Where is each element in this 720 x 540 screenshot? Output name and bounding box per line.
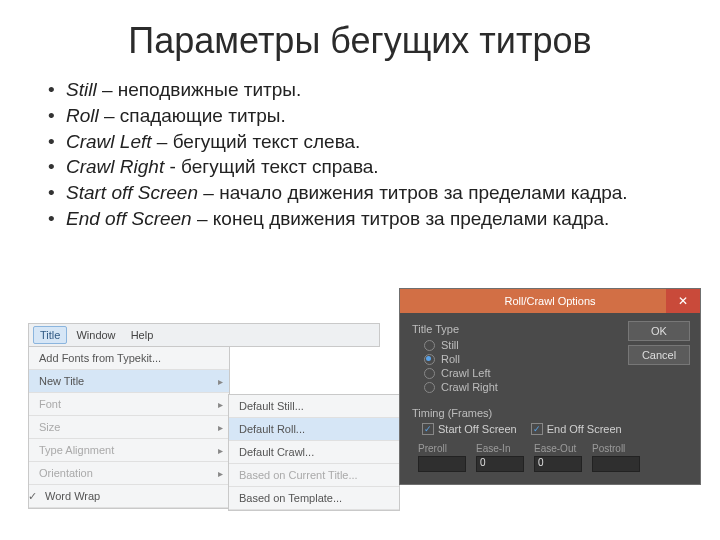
field-label: Ease-In — [476, 443, 510, 454]
dialog-buttons: OK Cancel — [628, 321, 690, 365]
col-ease-out: Ease-Out 0 — [534, 443, 582, 472]
menu-size-label: Size — [39, 421, 60, 433]
submenu-based-on-current[interactable]: Based on Current Title... — [229, 464, 399, 487]
dialog-titlebar: Roll/Crawl Options ✕ — [400, 289, 700, 313]
dropdown: Add Fonts from Typekit... New Title ▸ Fo… — [28, 347, 230, 509]
ok-button[interactable]: OK — [628, 321, 690, 341]
checkbox-icon: ✓ — [531, 423, 543, 435]
term: Crawl Right — [66, 156, 164, 177]
field-label: Preroll — [418, 443, 447, 454]
menu-word-wrap-label: Word Wrap — [45, 490, 100, 502]
list-item: Crawl Left – бегущий текст слева. — [48, 130, 682, 154]
field-label: Ease-Out — [534, 443, 576, 454]
desc: – конец движения титров за пределами кад… — [192, 208, 610, 229]
group-timing: Timing (Frames) — [412, 407, 688, 419]
desc: – спадающие титры. — [99, 105, 286, 126]
preroll-input[interactable] — [418, 456, 466, 472]
chevron-right-icon: ▸ — [218, 468, 223, 479]
menu-title[interactable]: Title — [33, 326, 67, 344]
list-item: End off Screen – конец движения титров з… — [48, 207, 682, 231]
menu-new-title[interactable]: New Title ▸ — [29, 370, 229, 393]
dialog-body: OK Cancel Title Type Still Roll Crawl Le… — [400, 313, 700, 484]
radio-label: Crawl Right — [441, 381, 498, 393]
term: Roll — [66, 105, 99, 126]
menu-font-label: Font — [39, 398, 61, 410]
check-label: End Off Screen — [547, 423, 622, 435]
desc: – бегущий текст слева. — [152, 131, 361, 152]
ease-out-input[interactable]: 0 — [534, 456, 582, 472]
submenu-default-crawl[interactable]: Default Crawl... — [229, 441, 399, 464]
radio-crawl-right[interactable]: Crawl Right — [424, 381, 688, 393]
chevron-right-icon: ▸ — [218, 376, 223, 387]
list-item: Roll – спадающие титры. — [48, 104, 682, 128]
term: Start off Screen — [66, 182, 198, 203]
term: Crawl Left — [66, 131, 152, 152]
radio-icon — [424, 382, 435, 393]
timing-checks: ✓ Start Off Screen ✓ End Off Screen — [422, 423, 688, 435]
postroll-input[interactable] — [592, 456, 640, 472]
timing-fields: Preroll Ease-In 0 Ease-Out 0 Postroll — [418, 443, 688, 472]
list-item: Crawl Right - бегущий текст справа. — [48, 155, 682, 179]
dialog-title: Roll/Crawl Options — [504, 295, 595, 307]
radio-crawl-left[interactable]: Crawl Left — [424, 367, 688, 379]
menu-type-align[interactable]: Type Alignment ▸ — [29, 439, 229, 462]
submenu-default-still[interactable]: Default Still... — [229, 395, 399, 418]
term: Still — [66, 79, 97, 100]
check-label: Start Off Screen — [438, 423, 517, 435]
list-item: Start off Screen – начало движения титро… — [48, 181, 682, 205]
desc: – неподвижные титры. — [97, 79, 302, 100]
menu-size[interactable]: Size ▸ — [29, 416, 229, 439]
bullet-list: Still – неподвижные титры. Roll – спадаю… — [38, 78, 682, 231]
radio-icon — [424, 340, 435, 351]
menu-window[interactable]: Window — [70, 327, 121, 343]
list-item: Still – неподвижные титры. — [48, 78, 682, 102]
submenu: Default Still... Default Roll... Default… — [228, 394, 400, 511]
radio-label: Crawl Left — [441, 367, 491, 379]
roll-crawl-dialog: Roll/Crawl Options ✕ OK Cancel Title Typ… — [400, 289, 700, 484]
chevron-right-icon: ▸ — [218, 445, 223, 456]
field-label: Postroll — [592, 443, 625, 454]
menu-word-wrap[interactable]: ✓ Word Wrap — [29, 485, 229, 508]
desc: - бегущий текст справа. — [164, 156, 378, 177]
submenu-based-on-template[interactable]: Based on Template... — [229, 487, 399, 510]
radio-icon — [424, 354, 435, 365]
submenu-default-roll[interactable]: Default Roll... — [229, 418, 399, 441]
menubar: Title Window Help — [28, 323, 380, 347]
timing-group: Timing (Frames) ✓ Start Off Screen ✓ End… — [412, 407, 688, 472]
cancel-button[interactable]: Cancel — [628, 345, 690, 365]
chevron-right-icon: ▸ — [218, 422, 223, 433]
check-start-off[interactable]: ✓ Start Off Screen — [422, 423, 517, 435]
radio-icon — [424, 368, 435, 379]
close-button[interactable]: ✕ — [666, 289, 700, 313]
col-postroll: Postroll — [592, 443, 640, 472]
radio-label: Still — [441, 339, 459, 351]
checkbox-icon: ✓ — [422, 423, 434, 435]
check-end-off[interactable]: ✓ End Off Screen — [531, 423, 622, 435]
check-icon: ✓ — [28, 490, 37, 503]
menu-orientation-label: Orientation — [39, 467, 93, 479]
menu-new-title-label: New Title — [39, 375, 84, 387]
chevron-right-icon: ▸ — [218, 399, 223, 410]
col-ease-in: Ease-In 0 — [476, 443, 524, 472]
ease-in-input[interactable]: 0 — [476, 456, 524, 472]
menu-screenshot: Title Window Help Add Fonts from Typekit… — [28, 323, 380, 509]
close-icon: ✕ — [678, 294, 688, 308]
radio-label: Roll — [441, 353, 460, 365]
menu-add-fonts[interactable]: Add Fonts from Typekit... — [29, 347, 229, 370]
desc: – начало движения титров за пределами ка… — [198, 182, 628, 203]
menu-type-align-label: Type Alignment — [39, 444, 114, 456]
slide: Параметры бегущих титров Still – неподви… — [0, 0, 720, 540]
menu-orientation[interactable]: Orientation ▸ — [29, 462, 229, 485]
col-preroll: Preroll — [418, 443, 466, 472]
menu-font[interactable]: Font ▸ — [29, 393, 229, 416]
menu-help[interactable]: Help — [125, 327, 160, 343]
page-title: Параметры бегущих титров — [38, 20, 682, 62]
term: End off Screen — [66, 208, 192, 229]
